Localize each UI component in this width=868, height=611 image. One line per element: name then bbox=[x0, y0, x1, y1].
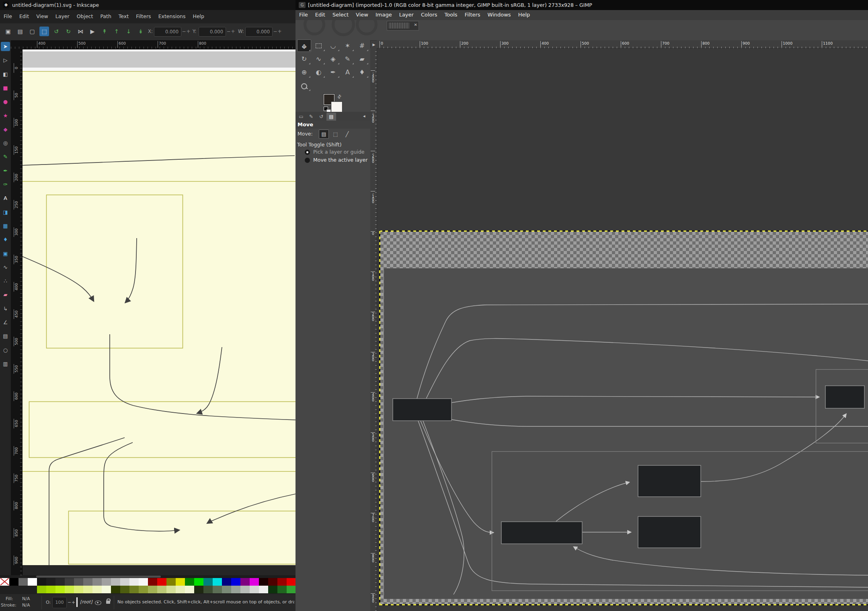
gimp-tool-crop[interactable]: # bbox=[355, 39, 369, 52]
gimp-tool-zoom[interactable] bbox=[297, 79, 311, 92]
palette-swatch-008000[interactable] bbox=[185, 578, 194, 586]
gimp-tool-fuzzy-select[interactable]: ✶ bbox=[341, 39, 355, 52]
palette-swatch-e00000[interactable] bbox=[157, 578, 166, 586]
y-field[interactable]: 0.000 bbox=[199, 27, 226, 37]
gimp-canvas[interactable] bbox=[377, 48, 868, 611]
palette-swatch-d5d8d5[interactable] bbox=[250, 586, 259, 593]
gimp-tool-eraser[interactable]: ▰ bbox=[355, 53, 369, 65]
inkscape-canvas-desk[interactable] bbox=[22, 49, 295, 575]
tool-zoom[interactable]: ○ bbox=[1, 346, 10, 355]
palette-swatch-f2f5d5[interactable] bbox=[185, 586, 194, 593]
background-color-swatch[interactable] bbox=[331, 102, 342, 113]
tool-pen[interactable]: ✒ bbox=[1, 166, 10, 175]
palette-swatch-1f2912[interactable] bbox=[194, 586, 203, 593]
layer-visibility-icon[interactable] bbox=[95, 601, 101, 605]
mode-move-layer[interactable]: ▤ bbox=[319, 130, 329, 139]
tool-text[interactable]: A bbox=[1, 193, 10, 203]
palette-swatch-1f661f[interactable] bbox=[277, 586, 287, 593]
inkscape-horizontal-ruler[interactable]: 400500600700800 bbox=[11, 40, 295, 49]
menu-view[interactable]: View bbox=[33, 10, 52, 22]
gimp-vertical-ruler[interactable]: -400-300-200-100010020030040050060070080… bbox=[370, 48, 377, 611]
x-minus-button[interactable]: − bbox=[182, 27, 186, 36]
dock-tab-brushes[interactable]: ✎ bbox=[306, 113, 316, 121]
tool-spiral[interactable]: ◎ bbox=[1, 138, 10, 148]
mode-move-selection[interactable]: ⬚ bbox=[330, 130, 341, 139]
palette-swatch-00e0e0[interactable] bbox=[213, 578, 222, 586]
w-field[interactable]: 0.000 bbox=[245, 27, 273, 37]
cmdbar-rotate-cw[interactable]: ↻ bbox=[64, 27, 73, 36]
menu-object[interactable]: Object bbox=[73, 10, 97, 22]
palette-swatch-800080[interactable] bbox=[240, 578, 250, 586]
gimp-image-tab[interactable]: ✕ bbox=[387, 21, 419, 31]
tool-node-editor[interactable]: ▷ bbox=[1, 56, 10, 65]
tool-spray[interactable]: ∴ bbox=[1, 276, 10, 286]
cmdbar-rotate-ccw[interactable]: ↺ bbox=[51, 27, 61, 36]
palette-swatch-a3b255[interactable] bbox=[148, 586, 157, 593]
menu-help[interactable]: Help bbox=[515, 10, 534, 19]
tool-dropper[interactable]: ♦ bbox=[1, 235, 10, 244]
tool-page[interactable]: ▤ bbox=[1, 331, 10, 341]
gimp-tool-bucket-fill[interactable]: ◈ bbox=[326, 53, 340, 65]
palette-swatch-e5f099[interactable] bbox=[83, 586, 92, 593]
palette-swatch-33a333[interactable] bbox=[287, 586, 295, 593]
gimp-tool-transform[interactable]: ↻ bbox=[297, 53, 311, 65]
palette-swatch-d5e099[interactable] bbox=[166, 586, 176, 593]
menu-view[interactable]: View bbox=[352, 10, 372, 19]
menu-tools[interactable]: Tools bbox=[441, 10, 461, 19]
palette-swatch-none[interactable] bbox=[0, 578, 9, 586]
gimp-horizontal-ruler[interactable]: 010020030040050060070080090010001100 bbox=[377, 40, 868, 49]
tool-pages[interactable]: ▥ bbox=[1, 359, 10, 368]
scrollbar-thumb[interactable] bbox=[36, 576, 161, 578]
layer-lock-icon[interactable] bbox=[106, 601, 110, 604]
fill-value[interactable]: N/A bbox=[22, 596, 30, 601]
inkscape-horizontal-scrollbar[interactable] bbox=[0, 575, 295, 578]
menu-layer[interactable]: Layer bbox=[396, 10, 417, 19]
gimp-tool-warp[interactable]: ∿ bbox=[312, 53, 326, 65]
palette-swatch-e60000[interactable] bbox=[287, 578, 295, 586]
radio-move-active[interactable] bbox=[305, 158, 310, 163]
tool-ellipse[interactable]: ● bbox=[1, 97, 10, 106]
cmdbar-flip-vertical[interactable]: ▶ bbox=[88, 27, 97, 36]
palette-swatch-6e6e6e[interactable] bbox=[83, 578, 92, 586]
cmdbar-lower-to-bottom[interactable]: ↡ bbox=[136, 27, 146, 36]
palette-swatch-000000[interactable] bbox=[9, 578, 18, 586]
palette-swatch-6e7d20[interactable] bbox=[129, 586, 139, 593]
palette-swatch-eeefee[interactable] bbox=[259, 586, 268, 593]
cmdbar-raise[interactable]: ↑ bbox=[112, 27, 121, 36]
palette-swatch-4d0000[interactable] bbox=[268, 578, 277, 586]
menu-filters[interactable]: Filters bbox=[132, 10, 154, 22]
tool-measure[interactable]: ∠ bbox=[1, 318, 10, 327]
dock-collapse-icon[interactable]: ◂ bbox=[363, 113, 365, 119]
gimp-tool-move[interactable]: ↔↕ bbox=[297, 39, 311, 52]
tool-rectangle[interactable]: ■ bbox=[1, 83, 10, 93]
palette-swatch-ddee77[interactable] bbox=[74, 586, 83, 593]
palette-swatch-808000[interactable] bbox=[166, 578, 176, 586]
palette-swatch-282828[interactable] bbox=[55, 578, 65, 586]
palette-swatch-ffffff[interactable] bbox=[28, 578, 37, 586]
gimp-tool-text[interactable]: A bbox=[341, 66, 355, 78]
palette-swatch-aadd00[interactable] bbox=[46, 586, 55, 593]
palette-swatch-e0e000[interactable] bbox=[176, 578, 185, 586]
tool-eraser[interactable]: ▰ bbox=[1, 290, 10, 299]
palette-swatch-ebebeb[interactable] bbox=[129, 578, 139, 586]
palette-swatch-b8bdb8[interactable] bbox=[240, 586, 250, 593]
palette-swatch-008080[interactable] bbox=[203, 578, 213, 586]
gimp-tool-color-picker[interactable]: ♦ bbox=[355, 66, 369, 78]
cmdbar-lower[interactable]: ↓ bbox=[124, 27, 133, 36]
menu-image[interactable]: Image bbox=[372, 10, 396, 19]
gimp-tool-free-select[interactable]: ◡ bbox=[326, 39, 340, 52]
palette-swatch-666666[interactable] bbox=[18, 578, 28, 586]
gimp-tool-ink[interactable]: ✒ bbox=[326, 66, 340, 78]
palette-swatch-3c3c3c[interactable] bbox=[65, 578, 74, 586]
cmdbar-toggle-selection-cue[interactable]: ⬚ bbox=[39, 27, 49, 36]
tool-connector[interactable]: ↳ bbox=[1, 304, 10, 313]
palette-swatch-800000[interactable] bbox=[148, 578, 157, 586]
gimp-tool-rectangle-select[interactable] bbox=[312, 39, 326, 52]
palette-swatch-0000e0[interactable] bbox=[231, 578, 240, 586]
palette-swatch-878787[interactable] bbox=[92, 578, 102, 586]
palette-swatch-2d3a00[interactable] bbox=[111, 586, 120, 593]
palette-swatch-bbee11[interactable] bbox=[55, 586, 65, 593]
opacity-field[interactable]: 100 bbox=[52, 597, 67, 608]
palette-swatch-1e1e1e[interactable] bbox=[46, 578, 55, 586]
palette-swatch-ccee44[interactable] bbox=[65, 586, 74, 593]
